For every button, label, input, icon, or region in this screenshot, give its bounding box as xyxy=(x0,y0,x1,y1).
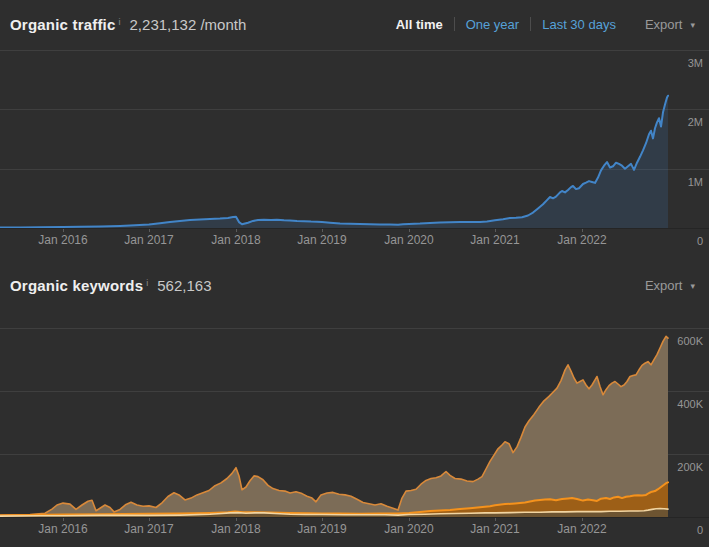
organic-keywords-chart[interactable]: Jan 2016Jan 2017Jan 2018Jan 2019Jan 2020… xyxy=(0,315,709,547)
x-axis-label: Jan 2020 xyxy=(384,233,434,247)
organic-traffic-title: Organic traffic xyxy=(10,16,116,33)
x-axis-label: Jan 2018 xyxy=(211,233,261,247)
export-label: Export xyxy=(645,278,683,293)
x-axis-label: Jan 2022 xyxy=(557,233,607,247)
export-button[interactable]: Export ▾ xyxy=(645,17,695,32)
y-axis-label: 0 xyxy=(697,235,703,247)
tab-one-year[interactable]: One year xyxy=(466,17,519,32)
x-axis-label: Jan 2020 xyxy=(384,522,434,536)
analytics-overview-panel: Organic traffic i 2,231,132 /month All t… xyxy=(0,0,709,547)
organic-keywords-header: Organic keywords i 562,163 Export ▾ xyxy=(0,255,709,315)
x-axis-label: Jan 2021 xyxy=(470,522,520,536)
organic-traffic-header: Organic traffic i 2,231,132 /month All t… xyxy=(0,0,709,48)
x-axis-label: Jan 2018 xyxy=(211,522,261,536)
tab-separator xyxy=(530,17,531,31)
export-button[interactable]: Export ▾ xyxy=(645,278,695,293)
series-keywords-total-area xyxy=(0,336,668,517)
organic-keywords-title: Organic keywords xyxy=(10,277,143,294)
y-axis-label: 0 xyxy=(697,524,703,536)
x-axis-label: Jan 2019 xyxy=(297,522,347,536)
series-organic-traffic-area xyxy=(0,96,668,228)
tab-separator xyxy=(454,17,455,31)
info-icon[interactable]: i xyxy=(119,17,121,27)
y-axis-label: 200K xyxy=(677,461,703,473)
x-axis-label: Jan 2017 xyxy=(124,522,174,536)
x-axis-label: Jan 2016 xyxy=(38,233,88,247)
tab-all-time[interactable]: All time xyxy=(396,17,443,32)
info-icon[interactable]: i xyxy=(146,278,148,288)
y-axis-label: 600K xyxy=(677,335,703,347)
organic-keywords-value: 562,163 xyxy=(157,277,211,294)
caret-down-icon: ▾ xyxy=(690,281,695,291)
organic-traffic-value: 2,231,132 /month xyxy=(130,16,247,33)
x-axis-label: Jan 2016 xyxy=(38,522,88,536)
x-axis-label: Jan 2021 xyxy=(470,233,520,247)
organic-traffic-chart[interactable]: Jan 2016Jan 2017Jan 2018Jan 2019Jan 2020… xyxy=(0,48,709,255)
y-axis-label: 2M xyxy=(688,116,703,128)
caret-down-icon: ▾ xyxy=(690,20,695,30)
y-axis-label: 400K xyxy=(677,398,703,410)
y-axis-label: 1M xyxy=(688,176,703,188)
export-label: Export xyxy=(645,17,683,32)
tab-last-30-days[interactable]: Last 30 days xyxy=(542,17,616,32)
x-axis-label: Jan 2017 xyxy=(124,233,174,247)
x-axis-label: Jan 2019 xyxy=(297,233,347,247)
y-axis-label: 3M xyxy=(688,57,703,69)
x-axis-label: Jan 2022 xyxy=(557,522,607,536)
